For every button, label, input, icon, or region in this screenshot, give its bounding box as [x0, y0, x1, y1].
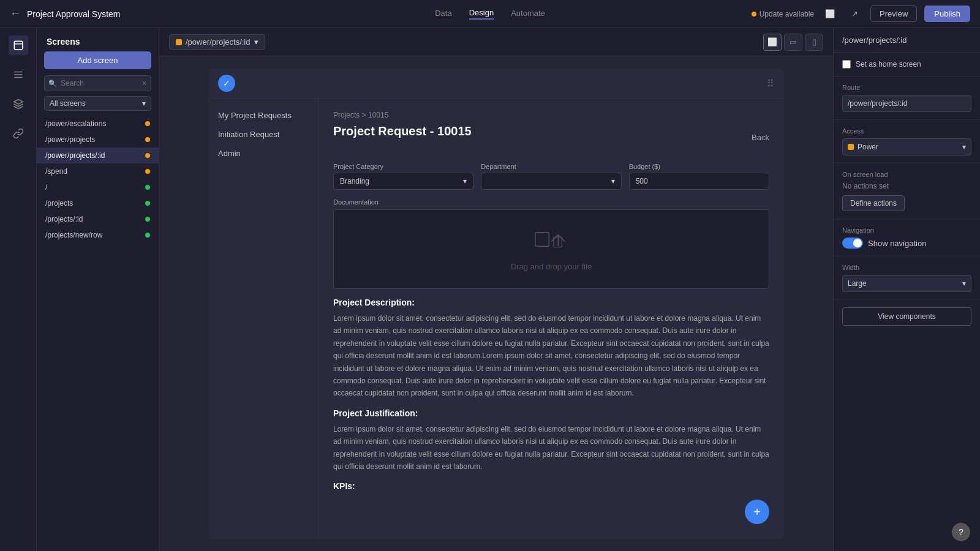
set-home-checkbox[interactable]: Set as home screen [842, 60, 971, 69]
check-icon: ✓ [218, 75, 235, 92]
preview-frame: ✓ ⠿ My Project Requests Initiation Reque… [208, 69, 784, 539]
route-chevron-icon: ▾ [254, 37, 258, 47]
show-navigation-label: Show navigation [868, 239, 926, 248]
screen-item[interactable]: /projects [37, 195, 159, 211]
screen-item[interactable]: /spend [37, 163, 159, 179]
screen-item[interactable]: /projects/new/row [37, 227, 159, 243]
screen-status-dot [145, 233, 150, 238]
clear-search-icon[interactable]: ✕ [141, 80, 147, 88]
screen-item[interactable]: / [37, 179, 159, 195]
category-input[interactable]: Branding ▾ [333, 173, 473, 190]
screen-item-active[interactable]: /power/projects/:id [37, 148, 159, 163]
nav-item-my-requests[interactable]: My Project Requests [218, 111, 308, 120]
route-dot [176, 39, 182, 45]
rp-access-select[interactable]: Power ▾ [842, 138, 971, 156]
update-label: Update available [760, 10, 814, 18]
access-dot [848, 144, 854, 150]
width-chevron-icon: ▾ [962, 279, 966, 288]
breadcrumb: Projects > 10015 [333, 111, 769, 119]
route-badge[interactable]: /power/projects/:id ▾ [169, 34, 265, 50]
tab-design[interactable]: Design [469, 8, 494, 20]
filter-chevron-icon: ▾ [142, 99, 146, 108]
search-icon: 🔍 [48, 80, 57, 88]
topbar: ← Project Approval System Data Design Au… [0, 0, 980, 28]
sidebar-link-icon[interactable] [9, 124, 28, 143]
right-panel-route: /power/projects/:id [842, 36, 971, 45]
sidebar-screens-icon[interactable] [9, 36, 28, 55]
show-navigation-toggle[interactable] [842, 238, 863, 249]
just-title: Project Justification: [333, 408, 769, 418]
form-field-budget: Budget ($) 500 [629, 163, 769, 190]
screen-item[interactable]: /projects/:id [37, 211, 159, 227]
back-button[interactable]: ← [10, 7, 21, 20]
screen-name: /power/projects [45, 135, 95, 144]
screen-name: /spend [45, 167, 67, 176]
budget-label: Budget ($) [629, 163, 769, 170]
filter-dropdown[interactable]: All screens ▾ [44, 96, 151, 111]
tablet-view-button[interactable]: ▭ [784, 34, 802, 51]
sidebar-design-icon[interactable] [9, 94, 28, 114]
screen-item[interactable]: /power/projects [37, 132, 159, 148]
rp-home-screen-section: Set as home screen [834, 53, 980, 77]
left-sidebar [0, 28, 37, 551]
back-link[interactable]: Back [752, 133, 769, 142]
rp-width-section: Width Large ▾ [834, 257, 980, 300]
publish-button[interactable]: Publish [924, 6, 970, 22]
screen-name: / [45, 183, 47, 192]
screen-item[interactable]: /power/escalations [37, 116, 159, 132]
rp-width-select[interactable]: Large ▾ [842, 275, 971, 292]
rp-route-label: Route [842, 84, 971, 91]
search-input[interactable] [44, 75, 151, 91]
define-actions-button[interactable]: Define actions [842, 195, 905, 211]
department-chevron-icon: ▾ [611, 177, 615, 186]
route-text: /power/projects/:id [186, 37, 251, 47]
form-field-category: Project Category Branding ▾ [333, 163, 473, 190]
page-title: Project Request - 10015 [333, 124, 472, 138]
tab-automate[interactable]: Automate [511, 9, 545, 19]
right-panel-header: /power/projects/:id [834, 28, 980, 53]
view-components-button[interactable]: View components [842, 307, 971, 326]
width-value: Large [848, 279, 867, 288]
help-button[interactable]: ? [952, 523, 970, 541]
set-home-checkbox-input[interactable] [842, 60, 851, 69]
rp-route-input[interactable] [842, 95, 971, 112]
rp-on-screen-load-label: On screen load [842, 171, 971, 178]
canvas-toolbar: /power/projects/:id ▾ ⬜ ▭ ▯ [159, 28, 833, 56]
topbar-right: Update available ⬜ ↗ Preview Publish [555, 6, 970, 23]
screen-name: /projects/:id [45, 215, 83, 223]
file-drop-icon [533, 227, 570, 257]
sidebar-nav-icon[interactable] [9, 65, 28, 84]
rp-on-screen-load-section: On screen load No actions set Define act… [834, 163, 980, 219]
dots-menu-icon[interactable]: ⠿ [767, 78, 774, 89]
budget-input[interactable]: 500 [629, 173, 769, 190]
nav-item-initiation[interactable]: Initiation Request [218, 130, 308, 139]
screen-list: /power/escalations /power/projects /powe… [37, 116, 159, 551]
add-screen-button[interactable]: Add screen [44, 51, 151, 69]
desktop-view-button[interactable]: ⬜ [763, 34, 782, 51]
svg-rect-4 [535, 233, 549, 247]
rp-route-section: Route [834, 77, 980, 120]
screen-name: /projects [45, 199, 73, 208]
file-drop-zone[interactable]: Drag and drop your file [333, 209, 769, 289]
department-input[interactable]: ▾ [481, 173, 621, 190]
tab-data[interactable]: Data [435, 9, 451, 19]
update-badge: Update available [752, 10, 814, 18]
desc-text: Lorem ipsum dolor sit amet, consectetur … [333, 312, 769, 400]
view-toggle-group: ⬜ ▭ ▯ [763, 34, 823, 51]
svg-rect-0 [14, 41, 23, 50]
search-box: 🔍 ✕ [44, 75, 151, 91]
nav-item-admin[interactable]: Admin [218, 149, 308, 158]
canvas-area: /power/projects/:id ▾ ⬜ ▭ ▯ ✓ ⠿ My Proje [159, 28, 833, 551]
desktop-icon[interactable]: ⬜ [821, 6, 839, 23]
toggle-thumb [853, 239, 862, 247]
form-field-department: Department ▾ [481, 163, 621, 190]
mobile-view-button[interactable]: ▯ [805, 34, 823, 51]
preview-button[interactable]: Preview [870, 6, 917, 22]
access-value: Power [858, 143, 878, 151]
fab-button[interactable]: + [745, 500, 769, 524]
category-label: Project Category [333, 163, 473, 170]
main-layout: Screens Add screen 🔍 ✕ All screens ▾ /po… [0, 28, 980, 551]
no-actions-text: No actions set [842, 182, 971, 190]
category-chevron-icon: ▾ [463, 177, 467, 186]
share-icon[interactable]: ↗ [846, 6, 863, 23]
